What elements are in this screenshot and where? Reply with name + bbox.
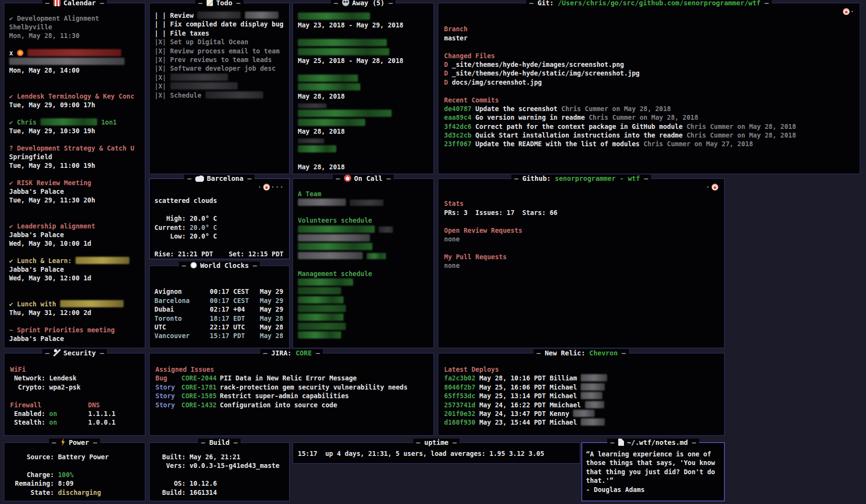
text-line: 65ff53dc May 25, 13:14 PDT Michael <box>444 391 720 400</box>
text-segment: May 25, 2018 - May 28, 2018 <box>298 57 403 64</box>
text-line <box>298 48 430 56</box>
text-line <box>15 461 141 470</box>
text-segment: |X| Prev reviews to team leads <box>154 56 272 63</box>
text-line: Source: Battery Power <box>15 453 141 461</box>
text-line: 8046f2b7 May 25, 16:06 PDT Michael <box>444 383 720 391</box>
text-segment <box>346 199 350 206</box>
text-line <box>298 287 430 295</box>
text-line <box>298 304 430 313</box>
text-segment: May 23, 15:44 PDT Michael <box>479 418 581 426</box>
text-segment: May 28, 2018 <box>298 163 345 171</box>
text-segment: May 29 <box>260 305 283 313</box>
text-segment: ✔ RISK Review Meeting <box>9 179 91 187</box>
text-segment: x <box>9 49 17 57</box>
text-segment: Update the README with the list of modul… <box>475 140 644 148</box>
text-segment: Changed Files <box>444 52 495 60</box>
text-line: 3f42dc6 Correct path for the context pac… <box>444 122 856 131</box>
text-line <box>298 38 430 47</box>
text-segment: Assigned Issues <box>155 365 214 373</box>
text-line: BugCORE-2044PII Data in New Relic Error … <box>155 374 430 382</box>
text-line: StoryCORE-1432Configuration into source … <box>155 401 430 409</box>
power-info: Source: Battery Power Charge: 100%Remain… <box>4 443 145 501</box>
text-segment: Low: 20.0° C <box>154 232 217 240</box>
text-line: Mon, May 28, 11:30 <box>9 31 141 40</box>
away-list: May 23, 2018 - May 29, 2018 May 25, 2018… <box>293 3 433 174</box>
text-segment: d160f930 <box>444 418 479 426</box>
text-line: StoryCORE-1781rack-protection gem securi… <box>155 383 430 391</box>
text-line: Recent Commits <box>444 96 856 104</box>
text-segment: May 23, 2018 - May 29, 2018 <box>298 21 403 29</box>
text-segment: on <box>49 418 88 427</box>
redacted-block <box>298 103 327 108</box>
text-line: that.'” <box>586 476 721 485</box>
text-line: | | Review <box>154 11 285 20</box>
text-line <box>154 278 285 287</box>
redacted-block <box>245 12 279 19</box>
text-segment: Source: Battery Power <box>15 453 109 461</box>
text-line: Charge: 100% <box>15 470 141 479</box>
text-segment: Open Review Requests <box>444 227 522 234</box>
text-line: 3d3c2cb Quick Start installation instruc… <box>444 131 856 139</box>
text-line: D _site/themes/hyde-hyde/images/screensh… <box>444 60 856 69</box>
text-line: 15:17 up 4 days, 21:31, 5 users, load av… <box>298 449 576 458</box>
text-segment: May 24, 13:47 PDT Kenny <box>479 410 573 417</box>
text-line <box>298 101 430 109</box>
git-info: Branchmaster Changed FilesD _site/themes… <box>438 3 860 174</box>
text-segment: Bug <box>155 374 181 382</box>
text-line: none <box>444 261 720 270</box>
text-segment: Jabba's Palace <box>9 188 64 195</box>
panel-calendar: — Calendar — ✔ Development AlignmentShel… <box>4 3 145 348</box>
text-line: Dubai02:17 +04May 29 <box>154 305 285 314</box>
on-call-schedules: A Team Volunteers schedule Management sc… <box>293 179 433 348</box>
panel-away: — Away (5) — May 23, 2018 - May 29, 2018… <box>293 3 434 174</box>
text-segment: High: 20.0° C <box>154 214 217 222</box>
text-line <box>162 470 285 479</box>
text-line: PRs: 3 Issues: 17 Stars: 66 <box>444 208 720 217</box>
text-line: ✔ Lunch & Learn: <box>9 256 141 265</box>
text-line: Toronto18:17 EDTMay 28 <box>154 314 285 323</box>
text-segment: UTC <box>154 323 210 331</box>
panel-jira: — JIRA: CORE — Assigned IssuesBugCORE-20… <box>149 353 434 436</box>
text-line <box>9 170 141 178</box>
text-segment: Recent Commits <box>444 96 499 104</box>
redacted-block <box>298 39 387 46</box>
text-line: Vancouver15:17 PDTMay 28 <box>154 331 285 340</box>
text-segment: 1on1 <box>97 118 117 126</box>
text-line: Tue, May 29, 09:00 17h <box>9 101 141 109</box>
redacted-block <box>581 383 605 391</box>
redacted-block <box>298 331 341 339</box>
text-segment: Toronto <box>154 314 210 323</box>
text-line: that thing you just did? Don't do <box>586 467 721 476</box>
text-segment: Network: Lendesk <box>10 374 76 382</box>
text-segment: 65ff53dc <box>444 392 479 400</box>
text-segment: docs/img/screenshot.jpg <box>452 78 542 86</box>
text-segment: on <box>49 409 88 418</box>
todo-list: | | Review | | Fix compiled date display… <box>150 3 289 174</box>
text-segment: 1.0.0.1 <box>88 418 115 426</box>
text-line: May 23, 2018 - May 29, 2018 <box>298 21 430 29</box>
notes-text: “A learning experience is one ofthose th… <box>582 443 724 501</box>
text-line <box>298 30 430 38</box>
terminal-dashboard[interactable]: — Calendar — ✔ Development AlignmentShel… <box>0 0 866 504</box>
text-segment: Shelbyville <box>9 23 52 31</box>
text-line: Tue, May 29, 11:30 20h <box>9 196 141 204</box>
redacted-block <box>205 91 263 99</box>
text-segment: |X| Set up Digital Ocean <box>154 38 248 46</box>
text-segment: 100% <box>58 471 74 479</box>
redacted-block <box>581 392 602 399</box>
text-segment: Chris Cummer on May 28, 2018 <box>589 113 699 121</box>
text-line: Current: 20.0° C <box>154 223 285 232</box>
text-segment: “A learning experience is one of <box>586 450 711 458</box>
text-line: Wed, May 30, 12:00 1d <box>9 274 141 282</box>
text-segment: Latest Deploys <box>444 365 499 373</box>
text-segment: Quick Start installation instructions in… <box>475 131 687 139</box>
text-segment: |X| Review process email to team <box>154 47 280 55</box>
text-line <box>9 83 141 92</box>
text-line: |X| Review process email to team <box>154 47 285 55</box>
build-info: Built: May 26, 21:21 Vers: v0.0.3-15-g41… <box>150 443 289 501</box>
text-segment: CORE-1432 <box>181 401 220 409</box>
panel-weather-barcelona: — Barcelona — ···· scattered clouds High… <box>149 178 290 259</box>
text-segment: Stealth: <box>10 418 49 426</box>
redacted-block <box>298 323 346 330</box>
redacted-block <box>298 305 346 312</box>
